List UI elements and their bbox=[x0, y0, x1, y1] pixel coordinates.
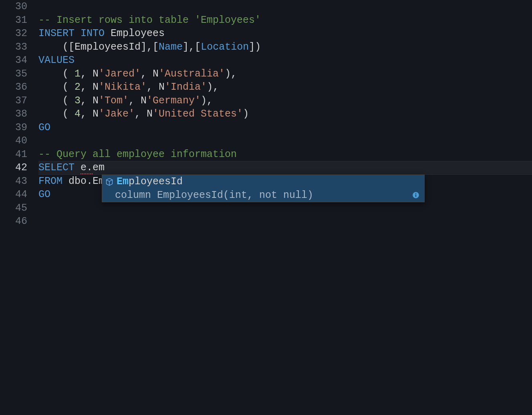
table-name: Employees bbox=[105, 28, 165, 39]
code-line[interactable]: ( 1, N'Jared', N'Australia'), bbox=[38, 67, 532, 81]
line-number: 34 bbox=[0, 54, 27, 67]
number-literal: 3 bbox=[75, 95, 81, 107]
line-number: 30 bbox=[0, 0, 27, 14]
line-number: 35 bbox=[0, 67, 27, 81]
intellisense-popup[interactable]: EmployeesId column EmployeesId(int, not … bbox=[102, 175, 425, 202]
line-number: 44 bbox=[0, 188, 27, 201]
code-line[interactable]: ([EmployeesId],[Name],[Location]) bbox=[38, 40, 532, 54]
code-line[interactable] bbox=[38, 0, 532, 14]
code-content[interactable]: -- Insert rows into table 'Employees' IN… bbox=[38, 0, 532, 415]
svg-rect-2 bbox=[415, 193, 416, 194]
string-literal: 'Tom' bbox=[99, 95, 129, 107]
intellisense-item[interactable]: EmployeesId bbox=[102, 175, 424, 189]
code-line[interactable]: ( 2, N'Nikita', N'India'), bbox=[38, 81, 532, 94]
number-literal: 4 bbox=[75, 108, 81, 120]
code-line[interactable]: INSERT INTO Employees bbox=[38, 27, 532, 40]
keyword-go: GO bbox=[38, 189, 50, 200]
line-number: 32 bbox=[0, 27, 27, 40]
line-number: 40 bbox=[0, 134, 27, 148]
svg-rect-1 bbox=[415, 195, 416, 197]
code-line[interactable]: -- Insert rows into table 'Employees' bbox=[38, 14, 532, 27]
keyword-select: SELECT bbox=[38, 162, 75, 173]
code-line[interactable] bbox=[38, 201, 532, 215]
line-number: 45 bbox=[0, 201, 27, 215]
line-number: 31 bbox=[0, 14, 27, 27]
code-line-active[interactable]: SELECT e.em bbox=[38, 161, 532, 175]
line-number: 38 bbox=[0, 107, 27, 121]
string-literal: 'United States' bbox=[153, 108, 243, 120]
code-line[interactable] bbox=[38, 215, 532, 228]
string-literal: 'Jared' bbox=[99, 68, 141, 80]
line-number: 39 bbox=[0, 121, 27, 135]
line-number: 37 bbox=[0, 94, 27, 108]
line-gutter: 30 31 32 33 34 35 36 37 38 39 40 41 42 4… bbox=[0, 0, 38, 415]
intellisense-detail: column EmployeesId(int, not null) bbox=[102, 189, 424, 202]
completion-label: EmployeesId bbox=[117, 176, 183, 187]
string-literal: 'India' bbox=[165, 81, 207, 93]
keyword-go: GO bbox=[38, 122, 50, 133]
code-line[interactable]: ( 3, N'Tom', N'Germany'), bbox=[38, 94, 532, 108]
string-literal: 'Nikita' bbox=[99, 81, 147, 93]
line-number: 46 bbox=[0, 215, 27, 228]
column-name: Location bbox=[201, 41, 249, 53]
string-literal: 'Jake' bbox=[99, 108, 135, 120]
keyword-into: INTO bbox=[81, 28, 105, 39]
number-literal: 2 bbox=[75, 81, 81, 93]
column-name: Name bbox=[159, 41, 183, 53]
keyword-from: FROM bbox=[38, 175, 62, 187]
line-number: 41 bbox=[0, 148, 27, 161]
comment: -- Insert rows into table 'Employees' bbox=[38, 14, 261, 26]
code-line[interactable]: -- Query all employee information bbox=[38, 148, 532, 161]
line-number: 36 bbox=[0, 81, 27, 94]
code-line[interactable]: ( 4, N'Jake', N'United States') bbox=[38, 107, 532, 121]
code-editor[interactable]: 30 31 32 33 34 35 36 37 38 39 40 41 42 4… bbox=[0, 0, 532, 415]
line-number: 43 bbox=[0, 175, 27, 188]
field-icon bbox=[105, 178, 113, 186]
string-literal: 'Germany' bbox=[147, 95, 201, 107]
keyword-values: VALUES bbox=[38, 54, 75, 66]
error-squiggle: e. bbox=[81, 162, 93, 174]
code-line[interactable]: GO bbox=[38, 121, 532, 135]
code-line[interactable]: VALUES bbox=[38, 54, 532, 67]
string-literal: 'Australia' bbox=[159, 68, 225, 80]
number-literal: 1 bbox=[75, 68, 81, 80]
comment: -- Query all employee information bbox=[38, 149, 237, 160]
code-line[interactable] bbox=[38, 134, 532, 148]
completion-description: column EmployeesId(int, not null) bbox=[115, 189, 313, 201]
line-number-active: 42 bbox=[0, 161, 27, 175]
info-icon[interactable] bbox=[412, 191, 419, 199]
keyword-insert: INSERT bbox=[38, 28, 75, 39]
line-number: 33 bbox=[0, 40, 27, 54]
